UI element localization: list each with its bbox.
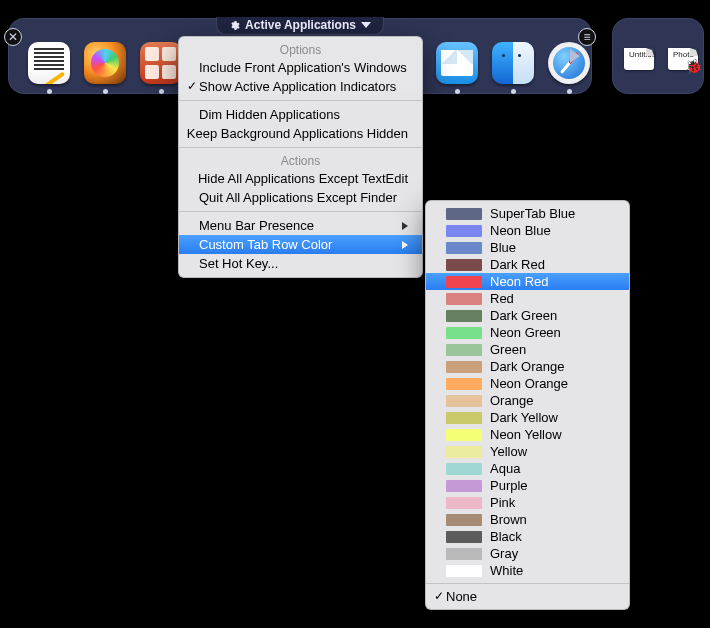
color-option[interactable]: Red (426, 290, 629, 307)
color-option[interactable]: Yellow (426, 443, 629, 460)
menu-item[interactable]: Dim Hidden Applications (179, 105, 422, 124)
color-label: Neon Yellow (490, 426, 562, 443)
color-label: Black (490, 528, 522, 545)
menu-separator (179, 100, 422, 101)
color-label: Red (490, 290, 514, 307)
color-option[interactable]: Dark Yellow (426, 409, 629, 426)
color-swatch (446, 497, 482, 509)
color-swatch (446, 463, 482, 475)
app-mail[interactable] (436, 42, 478, 84)
color-option[interactable]: Aqua (426, 460, 629, 477)
color-swatch (446, 293, 482, 305)
color-swatch (446, 378, 482, 390)
color-option[interactable]: Dark Red (426, 256, 629, 273)
menu-item[interactable]: Include Front Application's Windows (179, 58, 422, 77)
indicator-dot (103, 89, 108, 94)
menu-item[interactable]: Keep Background Applications Hidden (179, 124, 422, 143)
color-swatch (446, 310, 482, 322)
color-label: Green (490, 341, 526, 358)
color-label: Neon Green (490, 324, 561, 341)
color-label: Dark Orange (490, 358, 564, 375)
menu-item[interactable]: Quit All Applications Except Finder (179, 188, 422, 207)
app-finder[interactable] (492, 42, 534, 84)
color-option[interactable]: Orange (426, 392, 629, 409)
menu-item-label: Menu Bar Presence (199, 217, 394, 234)
color-option[interactable]: Neon Green (426, 324, 629, 341)
menu-item-label: Set Hot Key... (199, 255, 408, 272)
color-label: Dark Green (490, 307, 557, 324)
color-option[interactable]: Gray (426, 545, 629, 562)
color-swatch (446, 259, 482, 271)
color-option[interactable]: SuperTab Blue (426, 205, 629, 222)
color-swatch (446, 327, 482, 339)
color-label: Gray (490, 545, 518, 562)
submenu-arrow-icon (402, 222, 408, 230)
menu-item[interactable]: Menu Bar Presence (179, 216, 422, 235)
color-label: Brown (490, 511, 527, 528)
color-option[interactable]: Pink (426, 494, 629, 511)
color-swatch (446, 565, 482, 577)
bar-title-tab[interactable]: Active Applications (216, 17, 384, 35)
color-swatch (446, 395, 482, 407)
menu-item-label: Show Active Application Indicators (199, 78, 408, 95)
desktop-items-bar: UntitledPhoto🐞 (612, 18, 704, 94)
app-safari[interactable] (548, 42, 590, 84)
color-option[interactable]: Neon Blue (426, 222, 629, 239)
color-option[interactable]: Neon Orange (426, 375, 629, 392)
color-swatch (446, 446, 482, 458)
color-swatch (446, 225, 482, 237)
desktop-file[interactable]: Photo🐞 (666, 48, 700, 70)
color-label: Neon Red (490, 273, 549, 290)
color-swatch (446, 412, 482, 424)
color-option[interactable]: White (426, 562, 629, 579)
color-option[interactable]: Black (426, 528, 629, 545)
menu-item[interactable]: Set Hot Key... (179, 254, 422, 273)
indicator-dot (511, 89, 516, 94)
color-label: Purple (490, 477, 528, 494)
color-option[interactable]: Brown (426, 511, 629, 528)
menu-separator (179, 147, 422, 148)
indicator-dot (567, 89, 572, 94)
menu-item-label: Keep Background Applications Hidden (187, 125, 408, 142)
color-option[interactable]: Green (426, 341, 629, 358)
app-iphoto[interactable] (84, 42, 126, 84)
color-option[interactable]: Purple (426, 477, 629, 494)
color-option[interactable]: Blue (426, 239, 629, 256)
color-swatch (446, 276, 482, 288)
menu-item[interactable]: ✓Show Active Application Indicators (179, 77, 422, 96)
color-label: Pink (490, 494, 515, 511)
desktop-items: UntitledPhoto🐞 (622, 48, 700, 70)
caret-down-icon (361, 22, 371, 28)
color-option[interactable]: Dark Orange (426, 358, 629, 375)
menu-item[interactable]: Hide All Applications Except TextEdit (179, 169, 422, 188)
menu-separator (426, 583, 629, 584)
color-label: White (490, 562, 523, 579)
app-photo booth[interactable] (140, 42, 182, 84)
app-textedit[interactable] (28, 42, 70, 84)
color-label: Neon Orange (490, 375, 568, 392)
indicator-dot (455, 89, 460, 94)
color-option[interactable]: Dark Green (426, 307, 629, 324)
color-swatch (446, 480, 482, 492)
check-icon: ✓ (432, 588, 446, 605)
color-label: Blue (490, 239, 516, 256)
menu-item-label: Quit All Applications Except Finder (199, 189, 408, 206)
submenu-arrow-icon (402, 241, 408, 249)
color-swatch (446, 344, 482, 356)
color-label: Neon Blue (490, 222, 551, 239)
desktop-file[interactable]: Untitled (622, 48, 656, 70)
color-label: Yellow (490, 443, 527, 460)
scroll-right-icon[interactable] (570, 49, 580, 63)
indicator-dot (47, 89, 52, 94)
color-label: Orange (490, 392, 533, 409)
color-swatch (446, 208, 482, 220)
color-submenu: SuperTab BlueNeon BlueBlueDark RedNeon R… (425, 200, 630, 610)
color-option[interactable]: Neon Yellow (426, 426, 629, 443)
color-swatch (446, 548, 482, 560)
menu-section-header: Actions (179, 152, 422, 169)
color-label: Aqua (490, 460, 520, 477)
menu-item[interactable]: Custom Tab Row Color (179, 235, 422, 254)
color-option-none[interactable]: ✓None (426, 588, 629, 605)
color-option[interactable]: Neon Red (426, 273, 629, 290)
close-icon[interactable]: ✕ (4, 28, 22, 46)
